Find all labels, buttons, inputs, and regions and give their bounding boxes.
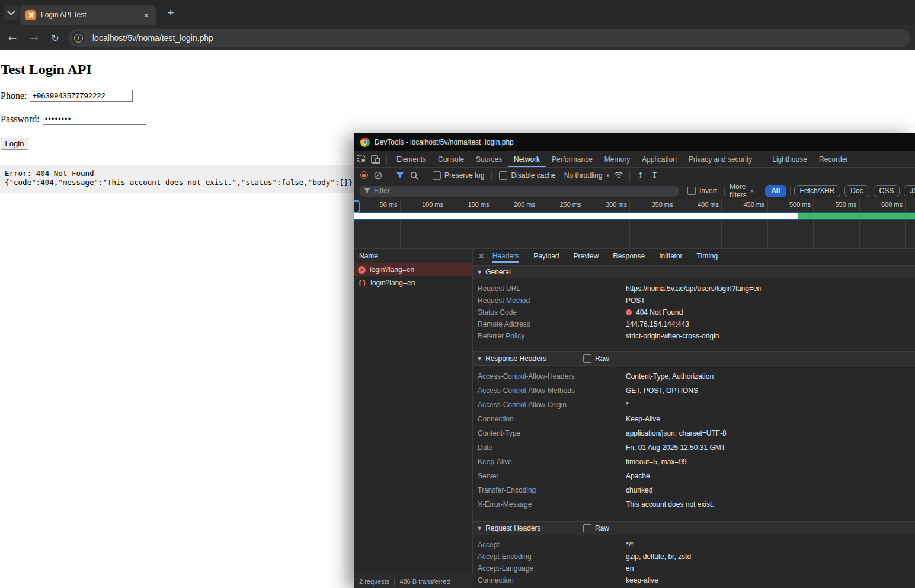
throttling-select[interactable]: No throttling ▾	[564, 171, 609, 180]
timeline-tick: 200 ms	[492, 199, 539, 248]
detail-tab-timing[interactable]: Timing	[697, 249, 718, 263]
inspect-element-icon[interactable]	[354, 153, 369, 166]
section-request-headers-header[interactable]: ▼ Request Headers Raw	[473, 521, 915, 535]
request-row-json[interactable]: {} login?lang=en	[354, 276, 472, 289]
divider	[491, 171, 492, 180]
more-filters-dropdown[interactable]: More filters ▾	[730, 183, 753, 199]
header-row: Request URLhttps://noma.5v.ae/api/users/…	[473, 283, 915, 295]
filter-input[interactable]: Filter	[359, 186, 679, 197]
network-overview-timeline[interactable]: 50 ms 100 ms 150 ms 200 ms 250 ms 300 ms…	[354, 199, 915, 249]
tab-performance[interactable]: Performance	[546, 151, 599, 167]
general-rows: Request URLhttps://noma.5v.ae/api/users/…	[473, 279, 915, 346]
disclosure-triangle-icon: ▼	[478, 270, 481, 275]
filter-icon[interactable]	[393, 169, 407, 182]
browser-tab[interactable]: Login API Test ×	[20, 5, 156, 25]
tab-title: Login API Test	[41, 11, 142, 19]
header-value: This account does not exist.	[626, 500, 714, 509]
import-har-icon[interactable]: ↥	[634, 171, 648, 180]
request-waterfall-bar	[354, 213, 798, 219]
disable-cache-checkbox[interactable]: Disable cache	[499, 171, 555, 180]
export-har-icon[interactable]: ↧	[648, 171, 662, 180]
detail-tab-headers[interactable]: Headers	[492, 249, 519, 263]
tab-lighthouse[interactable]: Lighthouse	[766, 151, 813, 167]
response-raw-checkbox[interactable]: Raw	[583, 354, 609, 363]
header-name: Transfer-Encoding	[478, 486, 626, 494]
filter-chip-css[interactable]: CSS	[874, 185, 900, 197]
timeline-drag-handle[interactable]	[354, 200, 360, 213]
back-icon[interactable]: ←	[5, 30, 20, 46]
detail-tab-preview[interactable]: Preview	[574, 249, 599, 263]
request-header-rows: Accept*/* Accept-Encodinggzip, deflate, …	[473, 535, 915, 588]
header-row: Accept-Encodinggzip, deflate, br, zstd	[473, 551, 915, 563]
header-name: Access-Control-Allow-Methods	[478, 386, 626, 395]
preserve-log-label: Preserve log	[444, 171, 484, 180]
filter-chip-doc[interactable]: Doc	[844, 185, 869, 197]
tab-recorder[interactable]: Recorder	[813, 151, 854, 167]
new-tab-button[interactable]: +	[164, 6, 178, 20]
header-value: *	[626, 401, 629, 409]
section-title: General	[485, 268, 511, 276]
name-column-header[interactable]: Name	[354, 249, 472, 263]
timeline-tick: 250 ms	[538, 199, 584, 248]
login-button[interactable]: Login	[1, 138, 28, 150]
section-response-headers-header[interactable]: ▼ Response Headers Raw	[473, 351, 915, 366]
header-row: ServerApache	[473, 469, 915, 483]
timeline-tick: 300 ms	[584, 199, 631, 248]
reload-icon[interactable]: ↻	[47, 30, 63, 46]
devtools-titlebar[interactable]: DevTools - localhost/5v/noma/test_login.…	[354, 133, 915, 151]
chevron-down-icon: ▾	[606, 172, 609, 178]
tab-search-button[interactable]	[4, 5, 19, 20]
timeline-tick: 150 ms	[446, 199, 492, 248]
header-row: Connectionkeep-alive	[473, 574, 915, 586]
response-header-rows: Access-Control-Allow-HeadersContent-Type…	[473, 366, 915, 515]
header-name: Access-Control-Allow-Origin	[478, 401, 626, 409]
filter-chip-all[interactable]: All	[765, 185, 786, 197]
tab-application[interactable]: Application	[636, 151, 683, 167]
checkbox-icon	[687, 187, 696, 195]
filter-chip-js[interactable]: JS	[904, 185, 915, 197]
forward-icon[interactable]: →	[26, 30, 41, 46]
timeline-grid: 50 ms 100 ms 150 ms 200 ms 250 ms 300 ms…	[354, 199, 915, 248]
header-name: Keep-Alive	[478, 458, 626, 466]
header-row: Access-Control-Allow-Origin*	[473, 398, 915, 412]
address-bar[interactable]: i localhost/5v/noma/test_login.php	[68, 29, 910, 47]
header-name: Accept-Encoding	[478, 552, 626, 561]
filter-chip-fetch-xhr[interactable]: Fetch/XHR	[794, 185, 841, 197]
request-details-panel: × Headers Payload Preview Response Initi…	[473, 249, 915, 588]
checkbox-icon	[433, 171, 441, 180]
tab-network[interactable]: Network	[508, 151, 546, 167]
network-conditions-icon[interactable]	[612, 169, 626, 182]
header-row: Accept*/*	[473, 539, 915, 551]
tab-privacy-security[interactable]: Privacy and security	[683, 151, 758, 167]
section-general-header[interactable]: ▼ General	[473, 265, 915, 279]
tab-elements[interactable]: Elements	[391, 151, 432, 167]
filter-placeholder: Filter	[374, 187, 390, 195]
tab-memory[interactable]: Memory	[599, 151, 636, 167]
phone-row: Phone:	[1, 90, 133, 102]
network-filter-row: Filter Invert More filters ▾ All Fetch/X…	[354, 183, 915, 199]
detail-tab-response[interactable]: Response	[613, 249, 645, 263]
tab-sources[interactable]: Sources	[470, 151, 508, 167]
password-input[interactable]	[43, 113, 146, 125]
header-value: 404 Not Found	[636, 308, 683, 317]
request-row-failed[interactable]: × login?lang=en	[354, 263, 472, 276]
invert-checkbox[interactable]: Invert	[687, 187, 717, 195]
search-icon[interactable]	[407, 169, 421, 182]
tab-close-icon[interactable]: ×	[142, 11, 150, 20]
detail-tab-initiator[interactable]: Initiator	[659, 249, 682, 263]
phone-input[interactable]	[30, 90, 133, 102]
header-value: Apache	[626, 472, 650, 480]
raw-label: Raw	[595, 524, 609, 532]
close-details-icon[interactable]: ×	[479, 251, 484, 261]
site-info-icon[interactable]: i	[72, 31, 85, 44]
header-name: Request Method	[478, 296, 626, 305]
tab-console[interactable]: Console	[432, 151, 470, 167]
device-toolbar-icon[interactable]	[369, 153, 383, 166]
request-raw-checkbox[interactable]: Raw	[583, 524, 609, 532]
preserve-log-checkbox[interactable]: Preserve log	[433, 171, 484, 180]
detail-tab-payload[interactable]: Payload	[533, 249, 559, 263]
record-network-log-icon[interactable]	[357, 169, 371, 182]
header-name: Accept-Language	[478, 564, 626, 573]
header-row: Keep-Alivetimeout=5, max=99	[473, 455, 915, 469]
clear-network-log-icon[interactable]	[371, 169, 385, 182]
